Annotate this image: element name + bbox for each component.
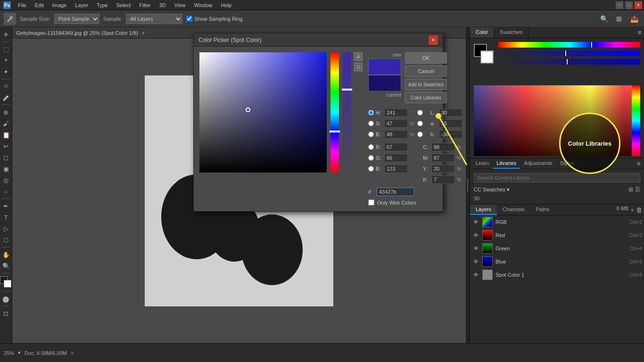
- channels-tab[interactable]: Channels: [497, 205, 530, 215]
- healing-brush-tool[interactable]: ⊕: [1, 107, 11, 117]
- brush-tool[interactable]: 🖌: [1, 118, 11, 129]
- swatches-tab[interactable]: Swatches: [494, 27, 528, 38]
- menu-type[interactable]: Type: [93, 1, 112, 9]
- dialog-close-button[interactable]: ×: [429, 35, 438, 45]
- shape-tool[interactable]: ⬡: [1, 235, 11, 245]
- only-web-checkbox[interactable]: [368, 199, 374, 206]
- canvas-tab-close[interactable]: ×: [142, 30, 145, 36]
- search-icon[interactable]: 🔍: [598, 13, 610, 25]
- dodge-tool[interactable]: ○: [1, 186, 11, 197]
- menu-filter[interactable]: Filter: [135, 1, 154, 9]
- m-input[interactable]: [431, 154, 455, 162]
- visibility-eye-red[interactable]: 👁: [472, 231, 479, 239]
- clone-stamp-tool[interactable]: 📋: [1, 130, 11, 140]
- new-layer-button[interactable]: +: [630, 206, 634, 214]
- b3-radio[interactable]: [417, 132, 423, 137]
- eyedropper-tool-icon[interactable]: [4, 13, 16, 25]
- h-input[interactable]: [384, 108, 408, 117]
- s-radio[interactable]: [368, 121, 374, 126]
- background-color[interactable]: [4, 280, 11, 288]
- panel-options-icon[interactable]: ≡: [635, 27, 644, 38]
- layer-item-spot[interactable]: 👁 Spot Color 1 Ctrl+6: [470, 268, 644, 281]
- menu-3d[interactable]: 3D: [156, 1, 170, 9]
- b-radio[interactable]: [368, 132, 374, 137]
- ok-button[interactable]: OK: [405, 52, 447, 64]
- color-tab[interactable]: Color: [470, 27, 494, 38]
- resize-handle[interactable]: [466, 27, 470, 343]
- alpha-strip[interactable]: [343, 52, 351, 173]
- menu-window[interactable]: Window: [190, 1, 216, 9]
- color-libraries-button[interactable]: Color Libraries: [405, 92, 447, 103]
- layer-item-green[interactable]: 👁 Green Ctrl+4: [470, 242, 644, 255]
- crop-tool[interactable]: ⌗: [1, 81, 11, 91]
- b2-input[interactable]: [384, 165, 408, 173]
- grid-view-button[interactable]: ⊞: [628, 186, 633, 193]
- show-sampling-ring-checkbox[interactable]: Show Sampling Ring: [186, 16, 242, 22]
- color-spectrum-gradient[interactable]: [199, 52, 327, 173]
- saturation-slider[interactable]: [498, 50, 640, 56]
- add-to-swatches-button[interactable]: Add to Swatches: [405, 79, 447, 90]
- menu-file[interactable]: File: [14, 1, 30, 9]
- l-input[interactable]: [439, 108, 462, 117]
- libraries-options-icon[interactable]: ≡: [635, 158, 642, 169]
- visibility-eye-spot[interactable]: 👁: [472, 271, 479, 279]
- share-icon[interactable]: 📤: [628, 13, 640, 25]
- color-swatches-fg-bg[interactable]: [474, 44, 495, 65]
- path-tool[interactable]: ▷: [1, 223, 11, 234]
- text-tool[interactable]: T: [1, 212, 11, 222]
- eraser-tool[interactable]: ◻: [1, 152, 11, 163]
- menu-select[interactable]: Select: [113, 1, 135, 9]
- lasso-tool[interactable]: ⌖: [1, 55, 11, 66]
- background-swatch[interactable]: [480, 50, 494, 64]
- sample-select[interactable]: All Layers: [126, 14, 182, 24]
- blur-tool[interactable]: ◎: [1, 175, 11, 185]
- visibility-eye-green[interactable]: 👁: [472, 245, 479, 252]
- menu-edit[interactable]: Edit: [31, 1, 48, 9]
- hand-tool[interactable]: ✋: [1, 249, 11, 260]
- fg-bg-color[interactable]: [0, 276, 12, 288]
- gamut-warning-icon[interactable]: ⚠: [354, 52, 363, 61]
- visibility-eye-rgb[interactable]: 👁: [472, 218, 479, 226]
- g-radio[interactable]: [368, 155, 374, 161]
- a-input[interactable]: [439, 119, 462, 128]
- paths-tab[interactable]: Paths: [530, 205, 555, 215]
- menu-image[interactable]: Image: [49, 1, 71, 9]
- g-input[interactable]: [384, 154, 408, 162]
- layers-tab[interactable]: Layers: [470, 205, 497, 215]
- hue-slider[interactable]: [498, 42, 640, 48]
- libraries-tab[interactable]: Libraries: [493, 158, 520, 169]
- zoom-tool[interactable]: 🔍: [1, 261, 11, 271]
- history-brush-tool[interactable]: ↩: [1, 141, 11, 151]
- k-input[interactable]: [431, 175, 455, 184]
- y-input[interactable]: [431, 165, 455, 173]
- learn-tab[interactable]: Learn: [472, 158, 493, 169]
- move-tool[interactable]: ✛: [1, 29, 11, 40]
- pen-tool[interactable]: ✒: [1, 201, 11, 211]
- adjustments-tab[interactable]: Adjustments: [520, 158, 556, 169]
- cancel-button[interactable]: Cancel: [405, 66, 447, 77]
- menu-view[interactable]: View: [171, 1, 190, 9]
- out-of-web-icon[interactable]: □: [354, 63, 363, 71]
- quick-mask-mode[interactable]: ⬤: [1, 294, 11, 304]
- marquee-tool[interactable]: ⬚: [1, 44, 11, 54]
- hue-strip[interactable]: [330, 52, 339, 173]
- eyedropper-tool[interactable]: 💉: [1, 92, 11, 103]
- menu-help[interactable]: Help: [217, 1, 236, 9]
- hsb-radio[interactable]: [368, 110, 374, 115]
- visibility-eye-blue[interactable]: 👁: [472, 258, 479, 265]
- a-radio[interactable]: [417, 121, 423, 126]
- color-hue-bar[interactable]: [632, 85, 640, 156]
- b-input[interactable]: [384, 130, 408, 139]
- layer-item-rgb[interactable]: 👁 RGB Ctrl+2: [470, 215, 644, 229]
- doc-info-arrow[interactable]: >: [71, 350, 74, 356]
- quick-select-tool[interactable]: ✦: [1, 66, 11, 77]
- b3-input[interactable]: [439, 130, 462, 139]
- s-input[interactable]: [384, 119, 408, 128]
- b2-radio[interactable]: [368, 166, 374, 172]
- c-input[interactable]: [431, 143, 455, 151]
- brightness-slider[interactable]: [498, 59, 640, 65]
- list-view-button[interactable]: ☰: [635, 186, 640, 193]
- sample-size-select[interactable]: Point Sample: [54, 14, 99, 24]
- hex-input[interactable]: [377, 188, 414, 196]
- menu-layer[interactable]: Layer: [71, 1, 92, 9]
